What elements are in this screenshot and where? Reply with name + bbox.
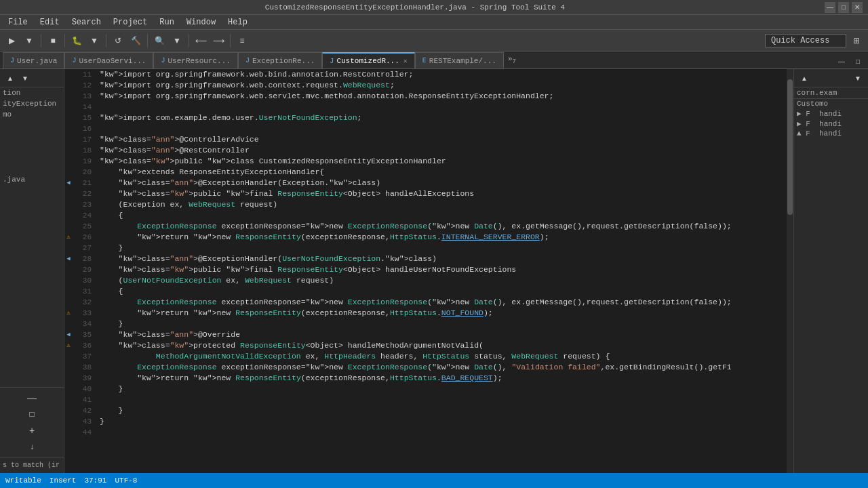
line-text: "kw">class="ann">@Override (97, 329, 793, 340)
line-number: 32 (73, 297, 97, 308)
tab-label-rest: RESTExample/... (429, 57, 496, 65)
run-dropdown[interactable]: ▼ (22, 33, 37, 48)
perspective-btn[interactable]: ⊞ (849, 33, 864, 48)
toolbar-sep-6 (230, 34, 231, 47)
match-text: s to match (ir (3, 462, 60, 469)
line-marker (64, 221, 73, 232)
expand-btn[interactable]: □ (24, 407, 39, 422)
code-line: 23 (Exception ex, WebRequest request) (64, 199, 793, 210)
outline-header: corn.exam (794, 87, 868, 99)
close-button[interactable]: ✕ (852, 2, 863, 13)
minimize-button[interactable]: — (825, 2, 835, 13)
line-text: "kw">import com.example.demo.user.UserNo… (97, 113, 793, 123)
nav-fwd-btn[interactable]: ⟶ (211, 33, 226, 48)
outline-item-3: mo (0, 109, 64, 120)
line-text: "kw">import org.springframework.web.cont… (97, 80, 793, 91)
outline-panel: ▲ ▼ corn.exam Customo ▶ F handi ▶ F hand… (793, 69, 868, 473)
code-editor[interactable]: 11"kw">import org.springframework.web.bi… (64, 69, 793, 473)
line-text: } (97, 319, 793, 329)
line-number: 14 (73, 102, 97, 113)
line-number: 35 (73, 329, 97, 340)
debug-button[interactable]: 🐛 (69, 33, 84, 48)
code-line: 27 } (64, 243, 793, 253)
line-marker (64, 123, 73, 134)
maximize-button[interactable]: □ (838, 2, 849, 13)
line-text: } (97, 405, 793, 416)
quick-access-label: Quick Access (771, 36, 829, 45)
left-scroll-down[interactable]: ▼ (18, 70, 33, 85)
line-text: "kw">return "kw">new ResponseEntity(exce… (97, 308, 793, 319)
run-button[interactable]: ▶ (4, 33, 19, 48)
line-text: MethodArgumentNotValidException ex, Http… (97, 351, 793, 362)
menu-help[interactable]: Help (222, 16, 253, 28)
main-area: ▲ ▼ tion ityException mo .java — □ + ↓ s… (0, 69, 868, 473)
search-toolbar-btn[interactable]: 🔍 (152, 33, 167, 48)
stop-button[interactable]: ■ (45, 33, 60, 48)
line-marker (64, 80, 73, 91)
line-text: (UserNotFoundException ex, WebRequest re… (97, 275, 793, 286)
collapse-btn[interactable]: — (24, 390, 39, 405)
add-btn[interactable]: + (24, 423, 39, 438)
line-text: ExceptionResponse exceptionResponse="kw"… (97, 297, 793, 308)
menu-file[interactable]: File (3, 16, 33, 28)
tab-userresource[interactable]: J UserResourc... (153, 52, 237, 68)
tab-exceptionre[interactable]: J ExceptionRe... (238, 52, 322, 68)
vertical-scrollbar[interactable] (787, 69, 793, 473)
code-line: 25 ExceptionResponse exceptionResponse="… (64, 221, 793, 232)
code-line: 41 (64, 394, 793, 405)
line-number: 16 (73, 123, 97, 134)
menu-project[interactable]: Project (108, 16, 153, 28)
line-number: 24 (73, 210, 97, 221)
tab-userdao[interactable]: J UserDaoServi... (64, 52, 153, 68)
tab-label-userdao: UserDaoServi... (79, 57, 146, 65)
line-marker: ◀ (64, 178, 73, 188)
code-line: 19"kw">class="kw">public "kw">class Cust… (64, 156, 793, 167)
build-button[interactable]: 🔨 (128, 33, 143, 48)
menu-search[interactable]: Search (66, 16, 106, 28)
tab-restexample[interactable]: E RESTExample/... (415, 52, 504, 68)
tab-user-java[interactable]: J User.java (3, 52, 64, 68)
outline-scroll-down[interactable]: ▼ (850, 70, 865, 85)
tab-max-btn[interactable]: □ (850, 54, 865, 68)
code-line: 15"kw">import com.example.demo.user.User… (64, 113, 793, 123)
menu-run[interactable]: Run (154, 16, 180, 28)
line-number: 19 (73, 156, 97, 167)
code-line: 31 { (64, 286, 793, 297)
code-line: ◀21 "kw">class="ann">@ExceptionHandler(E… (64, 178, 793, 188)
outline-handi-2: ▶ F handi (794, 119, 868, 129)
line-marker (64, 199, 73, 210)
nav-back-btn[interactable]: ⟵ (193, 33, 208, 48)
tabbar: J User.java J UserDaoServi... J UserReso… (0, 52, 868, 69)
tab-min-btn[interactable]: — (834, 54, 849, 68)
search-dropdown[interactable]: ▼ (170, 33, 184, 48)
more-tools-btn[interactable]: ≡ (235, 33, 250, 48)
outline-handi-1: ▶ F handi (794, 108, 868, 119)
code-line: 17"kw">class="ann">@ControllerAdvice (64, 134, 793, 145)
line-number: 28 (73, 253, 97, 264)
tab-icon-userresource: J (161, 57, 165, 64)
code-line: 44 (64, 427, 793, 438)
outline-scroll-up[interactable]: ▲ (797, 70, 812, 85)
line-marker (64, 351, 73, 362)
line-text (97, 427, 793, 438)
menu-edit[interactable]: Edit (35, 16, 65, 28)
refresh-button[interactable]: ↺ (111, 33, 125, 48)
line-marker (64, 394, 73, 405)
left-scroll-up[interactable]: ▲ (3, 70, 18, 85)
tab-customized[interactable]: J CustomizedR... ✕ (322, 52, 414, 68)
debug-dropdown[interactable]: ▼ (87, 33, 102, 48)
tab-icon-exception: J (245, 57, 250, 64)
line-number: 11 (73, 69, 97, 80)
down-btn[interactable]: ↓ (24, 439, 39, 454)
tab-overflow-indicator[interactable]: »7 (504, 55, 520, 65)
outline-item-4: .java (0, 174, 64, 185)
line-text: ExceptionResponse exceptionResponse="kw"… (97, 362, 793, 373)
quick-access-input[interactable]: Quick Access (765, 34, 846, 47)
menu-window[interactable]: Window (181, 16, 221, 28)
tab-close-customized[interactable]: ✕ (403, 57, 408, 65)
line-marker (64, 275, 73, 286)
line-marker (64, 102, 73, 113)
code-line: 12"kw">import org.springframework.web.co… (64, 80, 793, 91)
scrollbar-thumb[interactable] (787, 79, 793, 215)
toolbar-sep-1 (41, 34, 41, 47)
